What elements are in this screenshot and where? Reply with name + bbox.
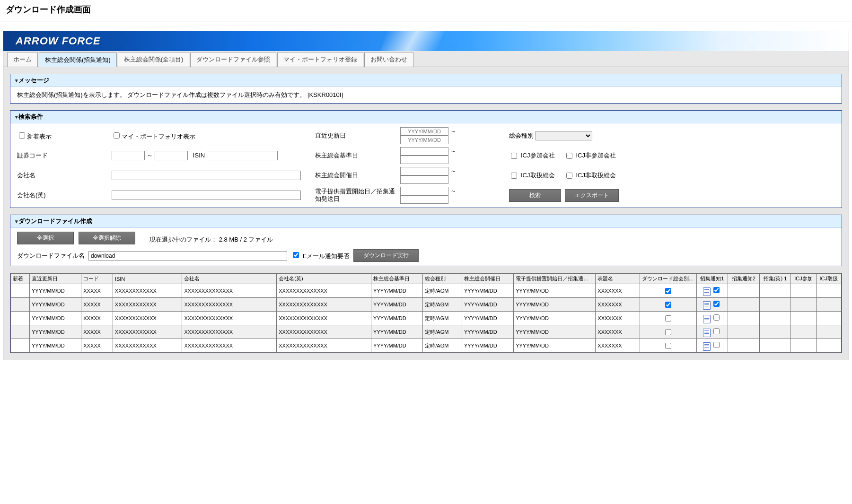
horizontal-rule <box>0 21 852 21</box>
kaisai-from[interactable] <box>400 167 448 175</box>
search-header[interactable]: 検索条件 <box>10 111 842 123</box>
export-button[interactable]: エクスポート <box>565 189 619 202</box>
document-icon[interactable] <box>703 329 711 337</box>
email-notify-checkbox[interactable] <box>293 252 299 258</box>
kaisai-range: ～ <box>400 167 504 184</box>
cell <box>759 284 791 298</box>
th-dlall[interactable]: ダウンロード総会別全選択 <box>640 274 696 284</box>
th-notice2[interactable]: 招集通知2 <box>728 274 760 284</box>
th-elec[interactable]: 電子提供措置開始日／招集通知発送日 <box>514 274 596 284</box>
row-dlall-checkbox[interactable] <box>665 302 671 308</box>
tab-portfolio[interactable]: マイ・ポートフォリオ登録 <box>277 52 363 67</box>
document-icon[interactable] <box>703 315 711 323</box>
company-en-input[interactable] <box>112 191 301 200</box>
recent-update-to[interactable] <box>400 136 448 144</box>
tab-shoshu[interactable]: 株主総会関係(招集通知) <box>39 52 117 67</box>
tab-contact[interactable]: お問い合わせ <box>364 52 413 67</box>
kijun-from[interactable] <box>400 147 448 156</box>
th-company-en[interactable]: 会社名(英) <box>277 274 371 284</box>
row-notice1-checkbox[interactable] <box>713 287 720 293</box>
email-notify-text: Eメール通知要否 <box>303 252 350 260</box>
sec-code-from[interactable] <box>112 151 145 160</box>
cell: 定時/AGM <box>423 284 462 298</box>
company-ja-input[interactable] <box>112 171 301 180</box>
cell <box>759 325 791 339</box>
icj-nothandled-checkbox[interactable] <box>566 173 572 179</box>
search-buttons: 検索 エクスポート <box>509 189 835 202</box>
kijun-to[interactable] <box>400 156 448 164</box>
elec-from[interactable] <box>400 187 448 195</box>
company-en-wrap <box>112 191 310 200</box>
row-notice1-checkbox[interactable] <box>713 314 720 321</box>
search-button[interactable]: 検索 <box>509 189 561 202</box>
email-notify-label[interactable]: Eメール通知要否 <box>291 251 350 261</box>
download-execute-button[interactable]: ダウンロード実行 <box>353 249 419 262</box>
icj-handled-checkbox[interactable] <box>511 173 517 179</box>
th-icj-member[interactable]: ICJ参加 <box>791 274 816 284</box>
th-notice1[interactable]: 招集通知1 <box>696 274 728 284</box>
cell: XXXXXXXXXXXXXX <box>182 312 277 325</box>
row-notice1-checkbox[interactable] <box>713 301 720 307</box>
th-company-ja[interactable]: 会社名 <box>182 274 277 284</box>
th-type[interactable]: 総会種別 <box>423 274 462 284</box>
tab-dlref[interactable]: ダウンロードファイル参照 <box>190 52 276 67</box>
row-dlall-checkbox[interactable] <box>665 343 671 349</box>
recent-update-from[interactable] <box>400 127 448 136</box>
cell: 定時/AGM <box>423 312 462 325</box>
tab-zenkoumoku[interactable]: 株主総会関係(全項目) <box>118 52 190 67</box>
download-header[interactable]: ダウンロードファイル作成 <box>10 215 842 228</box>
isin-input[interactable] <box>207 151 278 160</box>
table-row: YYYY/MM/DDXXXXXXXXXXXXXXXXXXXXXXXXXXXXXX… <box>11 325 842 339</box>
icj-nonmember-label[interactable]: ICJ非参加会社 <box>564 151 616 160</box>
sec-code-wrap: ～ ISIN <box>112 151 310 160</box>
document-icon[interactable] <box>703 287 711 296</box>
th-kaisai[interactable]: 株主総会開催日 <box>462 274 513 284</box>
filename-input[interactable] <box>88 251 287 261</box>
status-prefix: 現在選択中のファイル： <box>149 236 217 243</box>
cell <box>816 298 841 312</box>
kaisai-to[interactable] <box>400 175 448 184</box>
th-kijun[interactable]: 株主総会基準日 <box>371 274 423 284</box>
company-ja-label: 会社名 <box>17 171 107 180</box>
cell <box>11 284 30 298</box>
document-icon[interactable] <box>703 301 711 310</box>
row-dlall-checkbox[interactable] <box>665 288 671 294</box>
portfolio-checkbox-label[interactable]: マイ・ポートフォリオ表示 <box>112 131 310 141</box>
document-icon[interactable] <box>703 342 711 351</box>
icj-member-label[interactable]: ICJ参加会社 <box>509 151 555 160</box>
clear-all-button[interactable]: 全選択解除 <box>79 232 135 244</box>
sec-code-to[interactable] <box>155 151 188 160</box>
th-isin[interactable]: ISIN <box>113 274 182 284</box>
icj-nonmember-text: ICJ非参加会社 <box>576 151 616 160</box>
cell <box>791 284 816 298</box>
cell <box>728 312 760 325</box>
icj-nothandled-label[interactable]: ICJ非取扱総会 <box>564 171 616 180</box>
new-checkbox-label[interactable]: 新着表示 <box>17 131 107 141</box>
icj-nonmember-checkbox[interactable] <box>566 153 572 159</box>
cell: XXXXXXX <box>596 312 640 325</box>
th-topic[interactable]: 表題名 <box>596 274 640 284</box>
cell: YYYY/MM/DD <box>514 325 596 339</box>
th-new[interactable]: 新着 <box>11 274 30 284</box>
row-dlall-checkbox[interactable] <box>665 329 671 335</box>
th-code[interactable]: コード <box>81 274 113 284</box>
sokai-type-select[interactable] <box>536 131 592 140</box>
icj-member-checkbox[interactable] <box>511 153 517 159</box>
portfolio-checkbox[interactable] <box>114 132 120 139</box>
th-recent[interactable]: 直近更新日 <box>29 274 81 284</box>
th-notice-en1[interactable]: 招集(英) 1 <box>759 274 791 284</box>
elec-to[interactable] <box>400 195 448 204</box>
th-icj-handled[interactable]: ICJ取扱 <box>816 274 841 284</box>
select-all-button[interactable]: 全選択 <box>17 232 74 244</box>
row-notice1-checkbox[interactable] <box>713 328 720 334</box>
recent-update-range: ～ <box>400 127 504 144</box>
cell <box>791 298 816 312</box>
message-header[interactable]: メッセージ <box>10 74 842 87</box>
icj-handled-label[interactable]: ICJ取扱総会 <box>509 171 555 180</box>
row-dlall-checkbox[interactable] <box>665 315 671 322</box>
tab-home[interactable]: ホーム <box>7 52 38 67</box>
cell <box>696 284 728 298</box>
icj-nothandled-text: ICJ非取扱総会 <box>576 171 616 180</box>
new-checkbox[interactable] <box>19 132 25 139</box>
row-notice1-checkbox[interactable] <box>713 342 720 348</box>
